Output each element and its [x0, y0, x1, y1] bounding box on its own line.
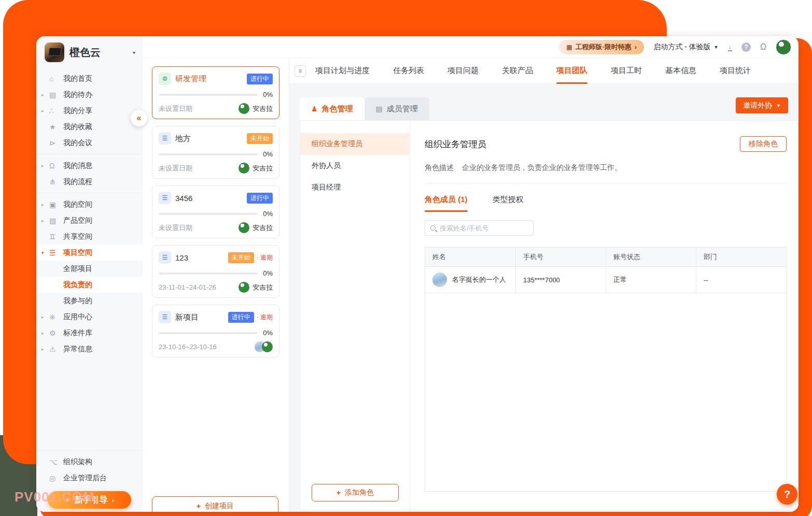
sidebar-item-product-space[interactable]: ▸▧产品空间	[36, 212, 143, 228]
role-description-text: 企业的业务管理员，负责企业的业务管理等工作。	[462, 163, 622, 171]
sidebar-item-my-participating[interactable]: 我参与的	[36, 293, 143, 309]
bell-icon: Ω	[49, 162, 63, 170]
role-title: 组织业务管理员	[425, 138, 740, 150]
home-icon: ⌂	[49, 75, 63, 83]
tab-type-authorization[interactable]: 类型授权	[493, 190, 524, 212]
promo-arrow-icon: ›	[635, 43, 637, 51]
search-input[interactable]	[440, 224, 528, 232]
tabs-collapse-icon[interactable]: ≡	[295, 65, 306, 77]
sidebar-item-my-space[interactable]: ▸▣我的空间	[36, 196, 143, 212]
remove-role-button[interactable]: 移除角色	[740, 136, 787, 152]
tab-basic-info[interactable]: 基本信息	[665, 58, 696, 84]
owner-name: 安吉拉	[253, 283, 273, 292]
bell-icon[interactable]: Ω	[760, 43, 766, 51]
brand-caret-icon[interactable]: ▾	[133, 50, 135, 55]
sidebar-item-favorites[interactable]: ★我的收藏	[36, 119, 143, 135]
subtab-member-management[interactable]: ▤ 成员管理	[365, 97, 429, 120]
divider	[36, 154, 143, 154]
sidebar-collapse-button[interactable]: «	[131, 110, 147, 126]
role-description: 角色描述 企业的业务管理员，负责企业的业务管理等工作。	[425, 163, 787, 173]
launch-mode-dropdown[interactable]: 启动方式 - 体验版 ▼	[653, 42, 718, 52]
expand-icon[interactable]: ▸	[41, 218, 49, 223]
help-icon[interactable]: ?	[741, 42, 751, 52]
progress-percent: 0%	[263, 150, 273, 158]
sidebar-item-all-projects[interactable]: 全部项目	[36, 261, 143, 277]
tab-related-products[interactable]: 关联产品	[502, 58, 533, 84]
project-list-panel: ⚙ 研发管理 进行中 0% 未设置日期安吉拉 ☰ 地方 未开始 0% 未设置日期…	[143, 58, 289, 512]
bulb-icon: ✦	[65, 496, 71, 504]
tab-plan-progress[interactable]: 项目计划与进度	[315, 58, 370, 84]
cell-status: 正常	[606, 267, 696, 293]
owner-avatar	[239, 163, 249, 174]
sidebar-item-todo[interactable]: ▸▤我的待办	[36, 87, 143, 103]
tab-task-list[interactable]: 任务列表	[393, 58, 424, 84]
promo-badge-icon: ▦	[566, 44, 572, 51]
project-card[interactable]: ☰ 3456 进行中 0% 未设置日期安吉拉	[152, 185, 279, 238]
download-icon[interactable]: ↓	[728, 43, 733, 51]
expand-icon[interactable]: ▸	[41, 92, 49, 97]
expand-icon[interactable]: ▸	[41, 314, 49, 320]
floating-help-button[interactable]: ?	[777, 484, 797, 505]
tab-work-hours[interactable]: 项目工时	[611, 58, 642, 84]
add-role-button[interactable]: + 添加角色	[312, 484, 399, 501]
sidebar-item-project-space[interactable]: ▾☰项目空间	[36, 245, 143, 261]
tab-project-team[interactable]: 项目团队	[556, 58, 587, 84]
role-description-label: 角色描述	[425, 163, 454, 171]
brand-row[interactable]: 橙色云 ▾	[36, 36, 143, 68]
expand-open-icon[interactable]: ▾	[41, 250, 49, 255]
sidebar-item-meetings[interactable]: ⊳我的会议	[36, 135, 143, 151]
table-row[interactable]: 名字挺长的一个人 135****7000 正常 --	[425, 267, 786, 293]
progress-percent: 0%	[263, 269, 273, 277]
table-header: 姓名 手机号 账号状态 部门	[425, 248, 786, 267]
overdue-label: · 逾期	[257, 253, 273, 262]
sidebar-item-standard-parts[interactable]: ▸⚙标准件库	[36, 325, 143, 341]
expand-icon[interactable]: ▸	[41, 163, 49, 168]
collapse-icon: «	[137, 113, 142, 123]
tab-role-members[interactable]: 角色成员 (1)	[425, 190, 468, 212]
expand-icon[interactable]: ▸	[41, 202, 49, 207]
subtab-role-management[interactable]: ♟ 角色管理	[300, 97, 365, 120]
apps-icon: ※	[49, 313, 63, 321]
project-card[interactable]: ☰ 地方 未开始 0% 未设置日期安吉拉	[152, 126, 279, 179]
expand-icon[interactable]: ▸	[41, 108, 49, 113]
invite-external-button[interactable]: 邀请外协 ▼	[736, 97, 788, 113]
sidebar-menu: ⌂我的首页 ▸▤我的待办 ▸∴我的分享 ★我的收藏 ⊳我的会议 ▸Ω我的消息 ⋔…	[36, 68, 143, 357]
newbie-guide-button[interactable]: ✦ 新手引导 ›	[48, 491, 131, 509]
sidebar-item-app-center[interactable]: ▸※应用中心	[36, 309, 143, 325]
project-card[interactable]: ☰ 123 未开始 · 逾期 0% 23-11-01~24-01-26安吉拉	[152, 245, 279, 298]
sidebar-item-org-structure[interactable]: ⌥组织架构	[36, 454, 143, 470]
box-icon: ▧	[49, 217, 63, 225]
role-item-org-business-admin[interactable]: 组织业务管理员	[300, 133, 410, 155]
sidebar-item-my-responsible[interactable]: 我负责的	[36, 277, 143, 293]
sidebar-footer: ⌥组织架构 ◎企业管理后台 ✦ 新手引导 ›	[36, 447, 143, 509]
briefcase-icon: ▣	[49, 200, 63, 209]
user-avatar[interactable]	[776, 39, 791, 55]
project-dates: 未设置日期	[159, 164, 239, 173]
col-phone: 手机号	[515, 248, 606, 266]
sidebar-item-enterprise-admin[interactable]: ◎企业管理后台	[36, 470, 143, 486]
sidebar-item-share[interactable]: ▸∴我的分享	[36, 103, 143, 119]
expand-icon[interactable]: ▸	[41, 331, 49, 336]
promo-banner[interactable]: ▦ 工程师版·限时特惠 ›	[559, 40, 644, 54]
sidebar-item-shared-space[interactable]: ♊共享空间	[36, 228, 143, 245]
sidebar-item-messages[interactable]: ▸Ω我的消息	[36, 157, 143, 174]
status-badge: 进行中	[228, 312, 254, 323]
expand-icon[interactable]: ▸	[41, 347, 49, 352]
main-content: ≡ 项目计划与进度 任务列表 项目问题 关联产品 项目团队 项目工时 基本信息 …	[289, 58, 799, 512]
role-detail: 组织业务管理员 移除角色 角色描述 企业的业务管理员，负责企业的业务管理等工作。…	[410, 121, 798, 510]
status-badge: 未开始	[247, 133, 273, 144]
tab-statistics[interactable]: 项目统计	[720, 58, 751, 84]
create-project-button[interactable]: + 创建项目	[152, 496, 278, 512]
sidebar-item-exceptions[interactable]: ▸⚠异常信息	[36, 341, 143, 357]
sidebar-item-flows[interactable]: ⋔我的流程	[36, 174, 143, 190]
role-item-project-manager[interactable]: 项目经理	[300, 177, 410, 198]
project-tabs-bar: ≡ 项目计划与进度 任务列表 项目问题 关联产品 项目团队 项目工时 基本信息 …	[289, 58, 799, 84]
tab-issues[interactable]: 项目问题	[447, 58, 479, 84]
project-card[interactable]: ⚙ 研发管理 进行中 0% 未设置日期安吉拉	[152, 66, 279, 119]
sidebar-item-home[interactable]: ⌂我的首页	[36, 70, 143, 87]
promo-label: 工程师版·限时特惠	[575, 42, 631, 52]
member-search[interactable]	[425, 220, 534, 236]
project-card[interactable]: ☰ 新项目 进行中 · 逾期 0% 23-10-16~23-10-16	[152, 305, 279, 357]
role-item-external-staff[interactable]: 外协人员	[300, 155, 410, 177]
status-badge: 进行中	[247, 74, 273, 84]
